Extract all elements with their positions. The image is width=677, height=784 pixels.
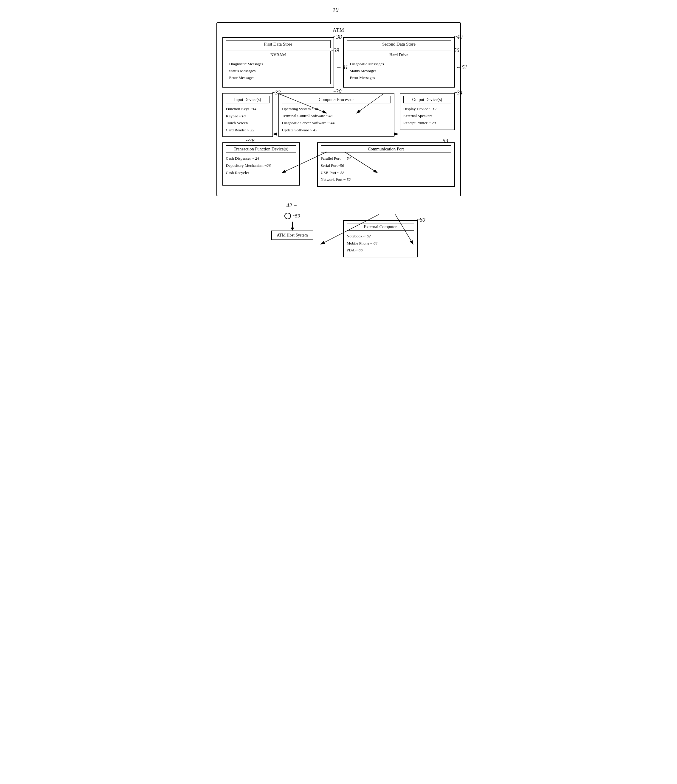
comm-item-1: Parallel Port — 54 (321, 155, 451, 162)
output-devices-content: Display Device ~ 12 External Speakers Re… (403, 106, 451, 127)
trans-item-1: Cash Dispenser ~ 24 (226, 155, 296, 162)
atm-host-label-row: 42 ~ (287, 202, 298, 209)
nvram-item-1: Diagnostic Messages (229, 61, 327, 68)
page: 10 ATM First Data Store ~38 NVRAM ~39 Di… (211, 6, 467, 304)
output-devices-title: Output Device(s) (403, 96, 451, 103)
ext-computer-title: External Computer (347, 223, 414, 230)
computer-processor-box: Computer Processor ~30 Operating System … (278, 93, 395, 137)
atm-container: ATM First Data Store ~38 NVRAM ~39 Diagn… (217, 22, 461, 196)
ext-computer-content: Notebook ~ 62 Mobile Phone ~ 64 PDA ~ 66 (347, 233, 414, 254)
proc-item-3: Diagnostic Server Software ~ 44 (282, 120, 391, 127)
proc-item-1: Operating System ~ 46 (282, 106, 391, 113)
comm-port-content: Parallel Port — 54 Serial Port~56 USB Po… (321, 155, 451, 183)
nvram-content: Diagnostic Messages Status Messages Erro… (229, 61, 327, 81)
input-item-1: Function Keys ~14 (226, 106, 270, 113)
hard-drive-content: Diagnostic Messages Status Messages Erro… (350, 61, 448, 81)
trans-item-2: Depository Mechanism ~26 (226, 162, 296, 169)
arrow-to-host (292, 222, 293, 227)
ref-38: ~38 (333, 34, 342, 40)
computer-processor-title: Computer Processor (282, 96, 391, 103)
comm-item-3: USB Port ~ 58 (321, 169, 451, 176)
top-row: First Data Store ~38 NVRAM ~39 Diagnosti… (222, 37, 455, 87)
ext-item-3: PDA ~ 66 (347, 247, 414, 254)
comm-port-title: Communication Port (321, 145, 451, 153)
transaction-devices-content: Cash Dispenser ~ 24 Depository Mechanism… (226, 155, 296, 182)
input-item-4: Card Reader ~ 22 (226, 127, 270, 134)
second-data-store-box: Second Data Store ~40 Hard Drive 56 Diag… (343, 37, 455, 87)
trans-item-3: Cash Recycler (226, 169, 296, 176)
transaction-devices-title: Transaction Function Device(s) (226, 145, 296, 153)
proc-item-2: Terminal Control Software ~48 (282, 112, 391, 120)
comm-item-2: Serial Port~56 (321, 162, 451, 169)
input-devices-content: Function Keys ~14 Keypad ~16 Touch Scree… (226, 106, 270, 134)
ref-40: ~40 (454, 34, 462, 40)
communication-port-box: Communication Port 53 Parallel Port — 54… (317, 142, 455, 187)
ref-30: ~30 (333, 88, 341, 95)
ext-computer-box: External Computer ~60 Notebook ~ 62 Mobi… (343, 220, 418, 257)
hard-drive-title: Hard Drive (350, 53, 448, 59)
ext-item-1: Notebook ~ 62 (347, 233, 414, 240)
ext-computer-wrap: External Computer ~60 Notebook ~ 62 Mobi… (343, 202, 418, 257)
atm-host-box: ATM Host System (271, 230, 313, 240)
out-item-2: External Speakers (403, 112, 451, 120)
hd-item-1: Diagnostic Messages (350, 61, 448, 68)
ref-36: ~36 (246, 138, 254, 144)
ref-34: ~34 (454, 89, 462, 96)
nvram-item-3: Error Messages (229, 75, 327, 81)
first-data-store-title: First Data Store (226, 40, 331, 48)
ref-10: 10 (333, 6, 338, 13)
atm-host-title: ATM Host System (277, 233, 308, 237)
outside-area: 42 ~ ~59 ATM Host System External Comput… (217, 202, 461, 257)
nvram-title: NVRAM (229, 53, 327, 59)
hd-item-2: Status Messages (350, 68, 448, 75)
first-data-store-box: First Data Store ~38 NVRAM ~39 Diagnosti… (222, 37, 334, 87)
input-devices-title: Input Device(s) (226, 96, 270, 103)
proc-item-4: Update Software ~ 45 (282, 127, 391, 134)
ref-53: 53 (443, 138, 448, 144)
bottom-row: Transaction Function Device(s) ~36 Cash … (222, 142, 455, 187)
second-data-store-title: Second Data Store (347, 40, 451, 48)
comm-item-4: Network Port ~ 52 (321, 176, 451, 183)
hd-item-3: Error Messages (350, 75, 448, 81)
mid-row: Input Device(s) ~32 Function Keys ~14 Ke… (222, 93, 455, 137)
transaction-devices-box: Transaction Function Device(s) ~36 Cash … (222, 142, 300, 185)
output-devices-box: Output Device(s) ~34 Display Device ~ 12… (400, 93, 455, 130)
ref-39: ~39 (331, 47, 339, 54)
nvram-box: NVRAM ~39 Diagnostic Messages Status Mes… (226, 51, 331, 84)
hard-drive-box: Hard Drive 56 Diagnostic Messages Status… (347, 51, 451, 84)
atm-host-wrap: 42 ~ ~59 ATM Host System (260, 202, 325, 257)
nvram-item-2: Status Messages (229, 68, 327, 75)
input-devices-box: Input Device(s) ~32 Function Keys ~14 Ke… (222, 93, 273, 137)
input-item-2: Keypad ~16 (226, 113, 270, 120)
arrowhead-host (291, 227, 294, 230)
out-item-3: Receipt Printer ~ 20 (403, 120, 451, 127)
out-item-1: Display Device ~ 12 (403, 106, 451, 113)
circle-59 (284, 213, 291, 219)
ref-60: ~60 (416, 216, 425, 223)
computer-processor-content: Operating System ~ 46 Terminal Control S… (282, 106, 391, 134)
input-item-3: Touch Screen (226, 120, 270, 127)
ref-56-hd: 56 (454, 47, 459, 54)
ext-item-2: Mobile Phone ~ 64 (347, 240, 414, 247)
atm-title: ATM (222, 27, 455, 33)
